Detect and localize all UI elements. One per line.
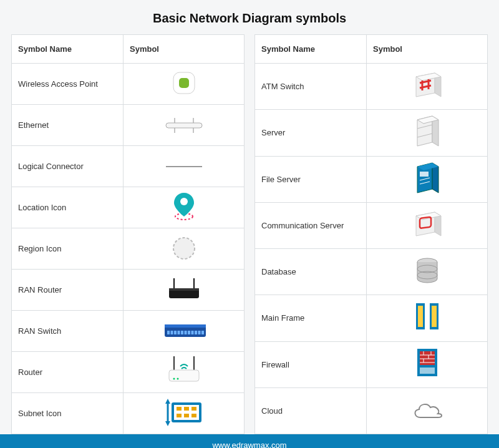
symbol-name: Wireless Access Point [12,64,124,105]
svg-rect-68 [420,351,435,365]
table-row: Region Icon [12,228,245,270]
svg-point-29 [173,378,175,380]
svg-rect-25 [201,331,204,334]
svg-rect-17 [174,331,177,334]
svg-rect-19 [181,331,183,334]
symbol-name: Database [255,249,367,295]
svg-rect-18 [177,331,180,334]
table-row: File Server [255,156,488,202]
svg-rect-76 [420,368,435,374]
cloud-icon [367,387,488,434]
svg-rect-28 [169,370,199,381]
firewall-icon [367,341,488,387]
mainframe-icon [367,295,488,341]
svg-point-8 [173,238,195,259]
symbol-name: Main Frame [255,295,367,341]
symbol-name: Server [255,110,367,156]
svg-point-30 [177,378,178,380]
svg-marker-32 [165,399,170,404]
table-row: RAN Router [12,270,245,311]
subnet-icon [124,393,245,434]
server-icon [367,110,488,156]
table-row: Database [255,249,488,295]
svg-rect-24 [198,331,200,334]
svg-rect-14 [165,324,206,328]
table-row: Cloud [255,387,488,434]
svg-rect-16 [170,331,173,334]
table-row: Logical Connector [12,146,245,187]
tables-container: Symbol Name Symbol Wireless Access Point… [0,34,499,434]
table-row: Firewall [255,341,488,387]
symbol-name: Location Icon [12,187,124,228]
table-row: Wireless Access Point [12,64,245,105]
table-row: RAN Switch [12,311,245,352]
svg-rect-1 [179,78,189,88]
location-icon [124,187,245,228]
svg-rect-40 [184,414,189,417]
header-symbol-left: Symbol [124,35,245,64]
ranrouter-icon [124,270,245,311]
symbol-name: ATM Switch [255,64,367,110]
svg-rect-12 [169,288,199,291]
symbol-name: Firewall [255,341,367,387]
svg-rect-53 [420,172,429,177]
table-row: Router [12,352,245,393]
symbol-name: RAN Switch [12,311,124,352]
svg-rect-22 [191,331,193,334]
table-row: ATM Switch [255,64,488,110]
left-table: Symbol Name Symbol Wireless Access Point… [11,34,245,434]
page-title: Basic Network Diagram symbols [0,0,499,34]
svg-rect-15 [167,331,170,334]
ranswitch-icon [124,311,245,352]
fileserver-icon [367,156,488,202]
symbol-name: Router [12,352,124,393]
database-icon [367,249,488,295]
router-icon [124,352,245,393]
svg-rect-21 [188,331,190,334]
svg-rect-66 [432,306,437,327]
svg-point-7 [180,198,188,205]
symbol-name: Logical Connector [12,146,124,187]
header-name-left: Symbol Name [12,35,124,64]
wap-icon [124,64,245,105]
svg-rect-37 [184,407,189,411]
svg-rect-38 [191,407,196,411]
symbol-name: Subnet Icon [12,393,124,434]
table-row: Location Icon [12,187,245,228]
svg-rect-39 [177,414,182,417]
right-table: Symbol Name Symbol ATM SwitchServerFile … [254,34,488,434]
commserver-icon [367,202,488,248]
svg-marker-33 [165,421,170,426]
table-row: Communication Server [255,202,488,248]
symbol-name: RAN Router [12,270,124,311]
svg-rect-23 [195,331,197,334]
svg-rect-36 [177,407,182,411]
svg-rect-65 [418,306,423,327]
logical-icon [124,146,245,187]
table-row: Server [255,110,488,156]
ethernet-icon [124,105,245,146]
footer-link[interactable]: www.edrawmax.com [0,434,499,448]
table-row: Main Frame [255,295,488,341]
svg-rect-4 [166,123,202,128]
table-row: Ethernet [12,105,245,146]
table-row: Subnet Icon [12,393,245,434]
atmswitch-icon [367,64,488,110]
region-icon [124,228,245,270]
svg-rect-20 [184,331,187,334]
symbol-name: Communication Server [255,202,367,248]
symbol-name: Region Icon [12,228,124,270]
header-name-right: Symbol Name [255,35,367,64]
svg-rect-41 [191,414,196,417]
symbol-name: Cloud [255,387,367,434]
header-symbol-right: Symbol [367,35,488,64]
symbol-name: Ethernet [12,105,124,146]
symbol-name: File Server [255,156,367,202]
